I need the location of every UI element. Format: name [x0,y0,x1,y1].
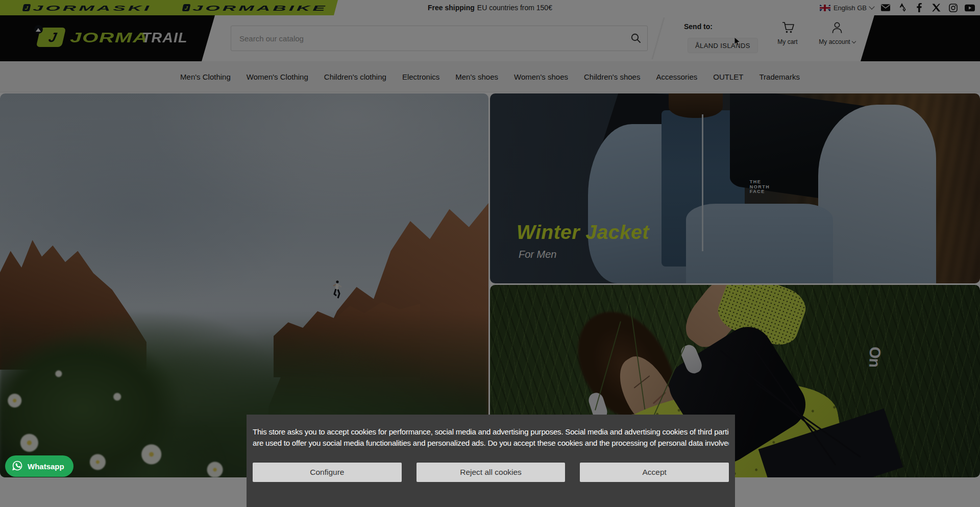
cookie-message-line2: are used to offer you social media funct… [253,438,729,449]
configure-button[interactable]: Configure [253,463,402,482]
whatsapp-button[interactable]: Whatsapp [5,455,74,477]
cookie-consent-dialog: This store asks you to accept cookies fo… [247,415,735,507]
whatsapp-icon [11,460,23,473]
cookie-buttons-row: Configure Reject all cookies Accept [253,463,729,482]
reject-all-cookies-button[interactable]: Reject all cookies [416,463,566,482]
whatsapp-label: Whatsapp [28,462,64,471]
accept-button[interactable]: Accept [580,463,729,482]
cookie-message-line1: This store asks you to accept cookies fo… [253,426,729,438]
